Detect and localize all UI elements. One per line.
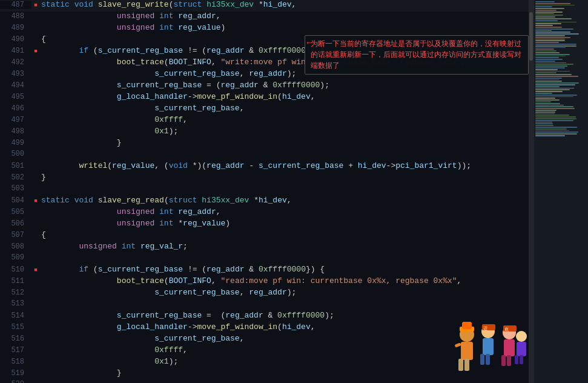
code-line: 498 0x1); bbox=[0, 127, 529, 138]
minimap-line bbox=[535, 8, 564, 9]
minimap-line bbox=[535, 72, 557, 73]
code-line: 487■static void slave_reg_write(struct h… bbox=[0, 0, 529, 12]
line-content: } bbox=[40, 138, 529, 147]
minimap-line bbox=[535, 67, 565, 68]
minimap-line bbox=[535, 118, 576, 119]
line-number: 500 bbox=[0, 150, 31, 158]
minimap-line bbox=[535, 116, 576, 118]
line-content: g_local_handler->move_pf_window_in(hi_de… bbox=[40, 92, 529, 101]
line-marker: ■ bbox=[31, 1, 40, 8]
line-content: static void slave_reg_read(struct hi35xx… bbox=[40, 196, 529, 205]
minimap-line bbox=[535, 105, 564, 106]
minimap-line bbox=[535, 120, 573, 121]
line-marker: ■ bbox=[31, 197, 40, 204]
minimap bbox=[533, 0, 588, 383]
line-content: s_current_reg_base, bbox=[40, 334, 529, 343]
minimap-line bbox=[535, 112, 555, 113]
code-line: 508 unsigned int reg_val_r; bbox=[0, 242, 529, 253]
line-content: writel(reg_value, (void *)(reg_addr - s_… bbox=[40, 161, 529, 170]
code-line: 519 } bbox=[0, 368, 529, 380]
minimap-line bbox=[535, 79, 559, 81]
scrollbar-thumb[interactable] bbox=[529, 12, 533, 61]
vertical-scrollbar[interactable] bbox=[529, 0, 533, 383]
line-content: unsigned int *reg_value) bbox=[40, 219, 529, 228]
minimap-line bbox=[535, 25, 553, 26]
code-line: 517 0xffff, bbox=[0, 345, 529, 357]
minimap-line bbox=[535, 27, 562, 28]
minimap-line bbox=[535, 88, 574, 89]
line-number: 495 bbox=[0, 93, 31, 101]
line-number: 491 bbox=[0, 47, 31, 55]
minimap-line bbox=[535, 35, 565, 36]
line-content: g_local_handler->move_pf_window_in(hi_de… bbox=[40, 322, 529, 331]
line-number: 497 bbox=[0, 116, 31, 124]
minimap-line bbox=[535, 106, 573, 107]
code-line: 510■ if (s_current_reg_base != (reg_addr… bbox=[0, 265, 529, 276]
code-line: 495 g_local_handler->move_pf_window_in(h… bbox=[0, 92, 529, 104]
minimap-line bbox=[535, 81, 562, 82]
line-content: } bbox=[40, 173, 529, 182]
line-content: 0xffff, bbox=[40, 345, 529, 355]
line-number: 519 bbox=[0, 369, 31, 378]
line-content: { bbox=[40, 230, 529, 239]
minimap-line bbox=[535, 135, 565, 136]
annotation-arrow: ← bbox=[306, 38, 312, 48]
line-content: boot_trace(BOOT_INFO, "read:move pf win:… bbox=[40, 276, 529, 285]
minimap-line bbox=[535, 13, 554, 15]
minimap-line bbox=[535, 10, 557, 11]
line-number: 504 bbox=[0, 196, 31, 205]
minimap-line bbox=[535, 89, 570, 90]
code-line: 500 bbox=[0, 150, 529, 161]
minimap-line bbox=[535, 122, 552, 123]
minimap-line bbox=[535, 101, 551, 102]
minimap-line bbox=[535, 130, 569, 132]
line-content: 0x1); bbox=[40, 357, 529, 366]
code-line: 520 bbox=[0, 380, 529, 383]
minimap-line bbox=[535, 82, 579, 84]
minimap-line bbox=[535, 91, 563, 92]
code-line: 504■static void slave_reg_read(struct hi… bbox=[0, 196, 529, 207]
line-number: 493 bbox=[0, 70, 31, 78]
minimap-line bbox=[535, 95, 577, 96]
line-number: 507 bbox=[0, 231, 31, 239]
minimap-line bbox=[535, 50, 557, 52]
code-line: 509 bbox=[0, 253, 529, 265]
minimap-line bbox=[535, 54, 570, 55]
line-number: 490 bbox=[0, 35, 31, 44]
code-line: 512 s_current_reg_base, reg_addr); bbox=[0, 288, 529, 299]
code-line: 503 bbox=[0, 184, 529, 196]
minimap-line bbox=[535, 52, 560, 53]
minimap-line bbox=[535, 18, 572, 19]
line-number: 511 bbox=[0, 277, 31, 285]
line-number: 502 bbox=[0, 173, 31, 182]
line-content: if (s_current_reg_base != (reg_addr & 0x… bbox=[40, 265, 529, 274]
line-number: 488 bbox=[0, 12, 31, 21]
code-line: 506 unsigned int *reg_value) bbox=[0, 219, 529, 230]
line-content: s_current_reg_base, reg_addr); bbox=[40, 288, 529, 297]
minimap-line bbox=[535, 78, 562, 79]
line-number: 501 bbox=[0, 162, 31, 170]
code-line: 489 unsigned int reg_value) bbox=[0, 23, 529, 35]
line-number: 487 bbox=[0, 1, 31, 9]
minimap-line bbox=[535, 61, 555, 62]
minimap-line bbox=[535, 6, 552, 7]
minimap-line bbox=[535, 84, 575, 85]
minimap-line bbox=[535, 48, 554, 50]
minimap-line bbox=[535, 62, 566, 64]
line-content: s_current_reg_base = (reg_addr & 0xffff0… bbox=[40, 311, 529, 320]
minimap-line bbox=[535, 96, 573, 98]
minimap-line bbox=[535, 74, 572, 75]
minimap-line bbox=[535, 20, 558, 21]
code-line: 511 boot_trace(BOOT_INFO, "read:move pf … bbox=[0, 276, 529, 288]
line-content: 0x1); bbox=[40, 127, 529, 136]
line-number: 499 bbox=[0, 139, 31, 147]
minimap-line bbox=[535, 45, 576, 47]
line-content: unsigned int reg_value) bbox=[40, 23, 529, 32]
minimap-line bbox=[535, 113, 555, 115]
minimap-line bbox=[535, 22, 576, 23]
line-number: 508 bbox=[0, 242, 31, 251]
minimap-line bbox=[535, 125, 553, 126]
line-content: s_current_reg_base, bbox=[40, 104, 529, 113]
line-number: 510 bbox=[0, 265, 31, 274]
code-line: 518 0x1); bbox=[0, 357, 529, 368]
